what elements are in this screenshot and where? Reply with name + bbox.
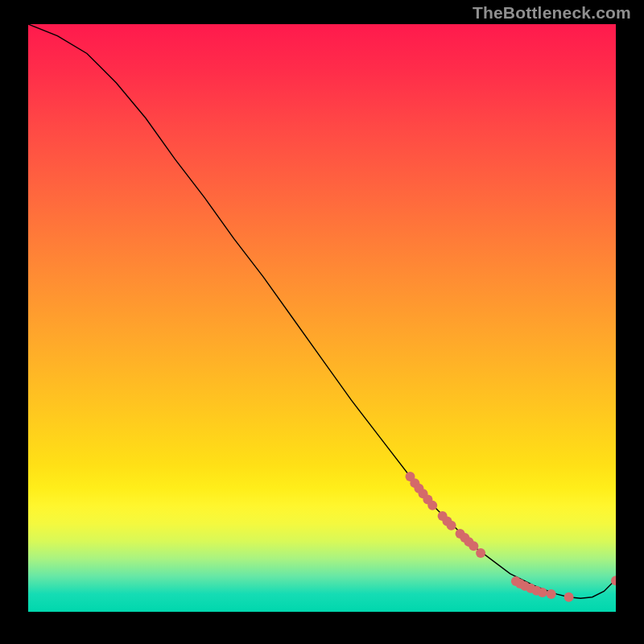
- chart-svg: [28, 24, 616, 612]
- data-marker: [476, 548, 485, 558]
- data-marker: [538, 588, 547, 597]
- marker-group: [406, 472, 617, 602]
- data-marker: [447, 521, 456, 530]
- main-curve-path: [28, 24, 616, 598]
- plot-area: [28, 24, 616, 612]
- watermark-text: TheBottleneck.com: [473, 3, 631, 23]
- data-marker: [469, 541, 478, 551]
- data-marker: [427, 501, 437, 510]
- stage: TheBottleneck.com: [0, 0, 644, 644]
- data-marker: [547, 589, 556, 599]
- data-marker: [564, 592, 574, 602]
